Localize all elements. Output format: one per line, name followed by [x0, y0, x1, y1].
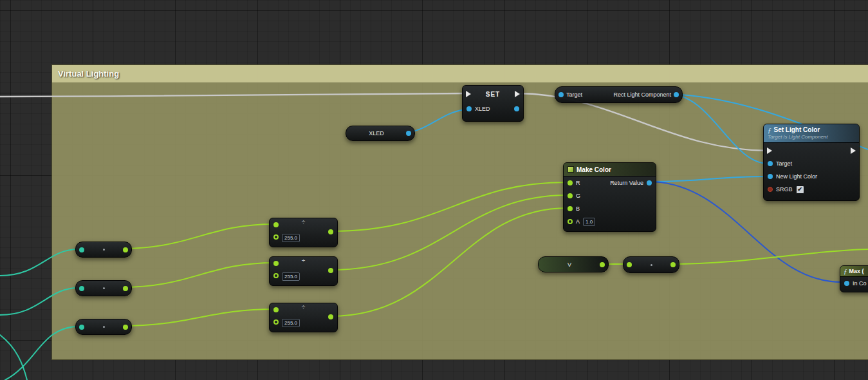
- pin-label: In Co: [853, 280, 867, 287]
- g-pin[interactable]: [568, 193, 573, 198]
- variable-label: XLED: [369, 130, 384, 137]
- r-pin[interactable]: [568, 180, 573, 185]
- node-title: Set Light Color: [774, 126, 820, 133]
- divide-node[interactable]: ÷ 255.0: [269, 303, 338, 332]
- divide-node[interactable]: ÷ 255.0: [269, 218, 338, 247]
- make-struct-icon: [568, 166, 574, 173]
- dividend-pin[interactable]: [273, 261, 279, 266]
- return-label: Return Value: [610, 180, 643, 186]
- set-xled-node[interactable]: SET XLED: [462, 85, 524, 122]
- max-node[interactable]: ƒ Max ( In Co: [840, 265, 868, 292]
- set-light-color-node[interactable]: ƒ Set Light Color Target is Light Compon…: [763, 124, 860, 201]
- divisor-value[interactable]: 255.0: [282, 319, 300, 327]
- xled-output-pin[interactable]: [514, 106, 519, 111]
- a-value[interactable]: 1.0: [583, 218, 595, 226]
- comment-title: Virtual Lighting: [58, 69, 119, 79]
- output-pin[interactable]: [123, 325, 128, 330]
- graph-canvas[interactable]: Virtual Lighting: [0, 0, 868, 380]
- b-pin[interactable]: [568, 206, 573, 211]
- input-pin[interactable]: [627, 262, 632, 267]
- pin-label: XLED: [475, 106, 490, 112]
- input-pin[interactable]: [79, 247, 84, 252]
- node-title: Make Color: [577, 166, 611, 173]
- conversion-dot-icon: [103, 326, 105, 328]
- target-label: Target: [566, 91, 582, 98]
- divide-symbol: ÷: [270, 303, 337, 311]
- comment-header[interactable]: Virtual Lighting: [52, 65, 868, 83]
- rect-light-component-node[interactable]: Target Rect Light Component: [555, 86, 683, 103]
- divide-symbol: ÷: [270, 218, 337, 226]
- function-icon: ƒ: [768, 127, 771, 133]
- input-pin[interactable]: [79, 286, 84, 291]
- conversion-node[interactable]: [75, 319, 132, 335]
- pin-label: R: [576, 180, 580, 186]
- a-pin[interactable]: [568, 219, 573, 224]
- xled-getter-node[interactable]: XLED: [346, 126, 415, 141]
- conversion-dot-icon: [103, 249, 105, 251]
- divisor-value[interactable]: 255.0: [282, 234, 300, 242]
- divisor-value[interactable]: 255.0: [282, 272, 300, 281]
- pin-label: New Light Color: [776, 173, 817, 180]
- return-value-pin[interactable]: [647, 180, 652, 185]
- dividend-pin[interactable]: [273, 222, 279, 227]
- conversion-node[interactable]: [75, 242, 132, 258]
- divisor-pin[interactable]: [273, 234, 279, 240]
- node-subtitle: Target is Light Component: [768, 134, 855, 140]
- result-pin[interactable]: [328, 268, 333, 273]
- divide-symbol: ÷: [270, 257, 337, 265]
- exec-out-pin[interactable]: [851, 147, 856, 154]
- srgb-pin[interactable]: [768, 187, 773, 192]
- node-title: Max (: [849, 268, 864, 274]
- conversion-node[interactable]: [623, 256, 679, 273]
- dividend-pin[interactable]: [273, 307, 279, 312]
- pin-label: Target: [776, 160, 792, 167]
- divisor-pin[interactable]: [273, 319, 279, 325]
- variable-label: V: [568, 261, 571, 268]
- comment-box[interactable]: Virtual Lighting: [51, 64, 868, 360]
- in-color-pin[interactable]: [844, 281, 849, 286]
- result-pin[interactable]: [328, 229, 333, 234]
- output-pin[interactable]: [406, 131, 411, 136]
- conversion-dot-icon: [651, 264, 652, 266]
- function-icon: ƒ: [844, 268, 847, 274]
- pin-label: A: [576, 218, 580, 225]
- divisor-pin[interactable]: [273, 273, 279, 278]
- wire-int-passthrough: [0, 335, 27, 380]
- xled-input-pin[interactable]: [466, 106, 472, 111]
- target-input-pin[interactable]: [559, 92, 564, 97]
- output-pin[interactable]: [600, 262, 605, 267]
- node-title: SET: [471, 91, 515, 98]
- output-pin[interactable]: [674, 92, 679, 97]
- v-getter-node[interactable]: V: [538, 256, 609, 272]
- make-color-node[interactable]: Make Color R Return Value G B A 1.0: [563, 162, 656, 232]
- exec-out-pin[interactable]: [515, 91, 520, 97]
- new-light-color-pin[interactable]: [768, 174, 773, 179]
- input-pin[interactable]: [79, 325, 84, 330]
- pin-label: SRGB: [776, 186, 793, 193]
- output-pin[interactable]: [670, 262, 676, 267]
- exec-in-pin[interactable]: [767, 147, 772, 154]
- exec-in-pin[interactable]: [466, 91, 471, 97]
- srgb-checkbox[interactable]: ✔: [796, 185, 804, 194]
- output-pin[interactable]: [123, 247, 128, 252]
- pin-label: B: [576, 205, 580, 212]
- output-pin[interactable]: [123, 286, 128, 291]
- target-pin[interactable]: [768, 161, 773, 166]
- component-label: Rect Light Component: [613, 91, 671, 98]
- conversion-node[interactable]: [75, 280, 132, 296]
- pin-label: G: [576, 193, 580, 199]
- divide-node[interactable]: ÷ 255.0: [269, 256, 338, 286]
- result-pin[interactable]: [328, 314, 333, 319]
- conversion-dot-icon: [103, 287, 105, 289]
